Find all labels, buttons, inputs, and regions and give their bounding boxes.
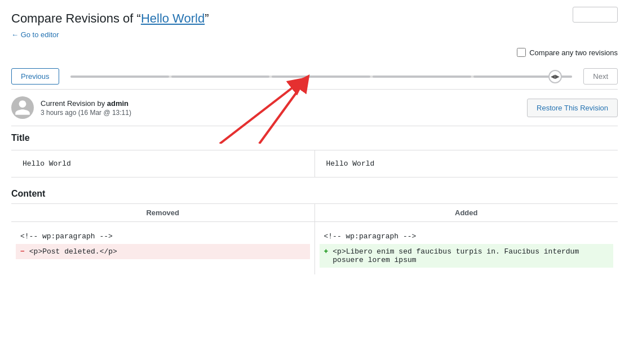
restore-revision-button[interactable]: Restore This Revision [527,99,618,117]
diff-col-right: <!-- wp:paragraph --> + <p>Libero enim s… [315,222,618,274]
diff-removed-row: − <p>Post deleted.</p> [16,244,310,259]
compare-checkbox-row: Compare any two revisions [11,48,618,57]
nav-row: Previous ◀▶ Next [11,64,618,89]
title-section: Title Hello World Hello World [11,126,618,177]
avatar [11,96,34,119]
revision-author: admin [107,99,129,108]
go-to-editor-link[interactable]: Go to editor [11,30,59,39]
content-section-label: Content [11,189,618,204]
added-label: Added [315,204,618,221]
diff-labels-row: Removed Added [11,204,618,222]
next-button[interactable]: Next [583,68,618,85]
compare-checkbox-label[interactable]: Compare any two revisions [529,48,618,57]
diff-left-unchanged: <!-- wp:paragraph --> [20,229,305,244]
slider-segment-2 [171,76,270,78]
diff-right-unchanged: <!-- wp:paragraph --> [324,229,609,244]
added-sign: + [324,247,329,256]
compare-two-checkbox[interactable] [517,48,526,57]
title-col-left: Hello World [11,150,315,177]
slider-segments [70,76,573,78]
diff-col-left: <!-- wp:paragraph --> − <p>Post deleted.… [11,222,315,274]
revision-info-row: Current Revision by admin 3 hours ago (1… [11,89,618,126]
diff-added-row: + <p>Libero enim sed faucibus turpis in.… [320,244,614,268]
title-columns: Hello World Hello World [11,150,618,177]
removed-code: <p>Post deleted.</p> [29,247,117,256]
content-section: Content [11,189,618,204]
slider-handle[interactable]: ◀▶ [548,70,562,83]
revision-by: Current Revision by admin [41,99,527,108]
slider-container: ◀▶ [59,76,584,78]
slider-segment-3 [272,76,370,78]
page-title: Compare Revisions of “Hello World” [11,11,618,26]
search-box [573,7,618,23]
added-code: <p>Libero enim sed faucibus turpis in. F… [333,247,609,264]
previous-button[interactable]: Previous [11,68,59,85]
slider-track: ◀▶ [70,76,573,78]
removed-label: Removed [11,204,315,221]
revision-meta: Current Revision by admin 3 hours ago (1… [41,99,527,117]
removed-sign: − [20,247,25,256]
title-col-right: Hello World [315,150,618,177]
revision-time: 3 hours ago (16 Mar @ 13:11) [41,109,527,117]
slider-segment-4 [373,76,471,78]
slider-segment-1 [70,76,169,78]
post-title-link[interactable]: Hello World [141,11,205,25]
diff-content-cols: <!-- wp:paragraph --> − <p>Post deleted.… [11,222,618,274]
title-section-label: Title [11,126,618,150]
